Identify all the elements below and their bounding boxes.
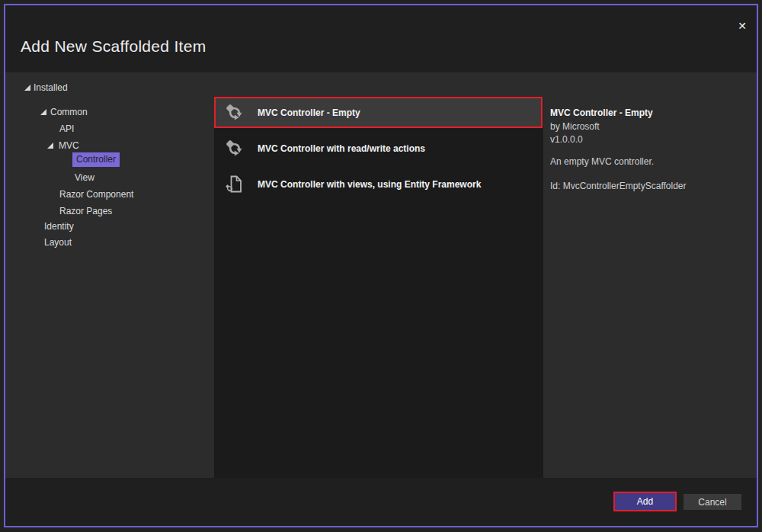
- list-item-label: MVC Controller - Empty: [258, 107, 360, 118]
- screen: Add New Scaffolded Item ✕ Installed Comm…: [0, 0, 762, 532]
- list-item-mvc-controller-views-ef[interactable]: MVC Controller with views, using Entity …: [214, 170, 543, 198]
- list-item-mvc-controller-readwrite[interactable]: MVC Controller with read/write actions: [214, 134, 543, 162]
- tree-item-layout[interactable]: Layout: [5, 235, 214, 250]
- details-version: v1.0.0.0: [550, 134, 583, 145]
- category-tree-panel: Installed Common API MVC Controller View…: [5, 72, 214, 478]
- expander-expanded-icon[interactable]: [40, 109, 46, 115]
- expander-expanded-icon[interactable]: [24, 85, 30, 91]
- close-icon: ✕: [738, 20, 747, 32]
- tree-item-identity[interactable]: Identity: [5, 219, 214, 234]
- scaffolder-list-panel: MVC Controller - Empty MVC Controller wi…: [214, 72, 543, 478]
- details-author: by Microsoft: [550, 121, 600, 132]
- ef-controller-views-icon: [224, 174, 245, 194]
- add-new-scaffolded-item-dialog: Add New Scaffolded Item ✕ Installed Comm…: [4, 4, 758, 527]
- scaffolder-listbox: MVC Controller - Empty MVC Controller wi…: [214, 97, 543, 478]
- tree-item-common[interactable]: Common: [5, 104, 214, 120]
- tree-item-api[interactable]: API: [5, 121, 214, 136]
- tree-item-razor-pages[interactable]: Razor Pages: [5, 204, 214, 219]
- tree-item-label: API: [59, 121, 74, 136]
- list-item-label: MVC Controller with read/write actions: [258, 143, 425, 154]
- tree-item-mvc[interactable]: MVC: [5, 138, 214, 153]
- tree-item-razor-component[interactable]: Razor Component: [5, 187, 214, 202]
- tree-item-label: Identity: [44, 219, 74, 234]
- tree-item-label: MVC: [59, 138, 79, 153]
- add-button[interactable]: Add: [615, 493, 675, 510]
- tree-item-label: Installed: [34, 80, 68, 95]
- tree-item-label: Common: [50, 104, 88, 120]
- add-button-highlight: Add: [613, 492, 677, 511]
- details-id: Id: MvcControllerEmptyScaffolder: [550, 181, 687, 191]
- tree-item-label: Razor Pages: [59, 204, 112, 219]
- expander-expanded-icon[interactable]: [47, 143, 53, 149]
- cancel-button[interactable]: Cancel: [684, 494, 741, 510]
- list-item-label: MVC Controller with views, using Entity …: [258, 179, 481, 190]
- close-button[interactable]: ✕: [732, 16, 752, 36]
- details-panel: [543, 72, 757, 478]
- tree-item-controller-selected[interactable]: Controller: [5, 153, 214, 168]
- details-description: An empty MVC controller.: [550, 156, 654, 167]
- tree-item-label: Razor Component: [59, 187, 133, 202]
- list-item-mvc-controller-empty[interactable]: MVC Controller - Empty: [214, 97, 543, 128]
- mvc-controller-icon: [224, 138, 245, 159]
- tree-item-label-selected: Controller: [72, 152, 120, 167]
- mvc-controller-icon: [224, 102, 245, 123]
- tree-item-view[interactable]: View: [5, 170, 214, 185]
- tree-item-label: Layout: [44, 235, 72, 250]
- dialog-title: Add New Scaffolded Item: [21, 37, 206, 56]
- tree-item-installed[interactable]: Installed: [5, 80, 214, 95]
- details-title: MVC Controller - Empty: [550, 107, 653, 118]
- tree-item-label: View: [75, 170, 94, 185]
